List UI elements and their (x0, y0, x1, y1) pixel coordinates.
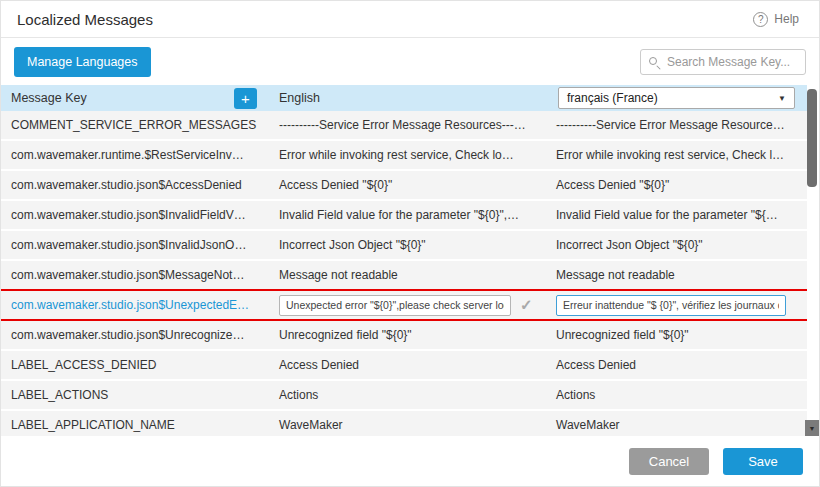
help-label: Help (774, 12, 799, 26)
english-cell: ----------Service Error Message Resource… (269, 111, 546, 139)
scrollbar[interactable]: ▼ (805, 85, 819, 438)
column-header-english: English (269, 85, 546, 111)
page-title: Localized Messages (17, 11, 153, 28)
caret-down-icon: ▼ (809, 425, 816, 432)
message-key-cell: com.wavemaker.studio.json$AccessDenied (1, 171, 269, 199)
table-row[interactable]: com.wavemaker.studio.json$Unrecognize…Un… (1, 321, 807, 349)
french-cell: Access Denied "${0}" (546, 171, 807, 199)
scroll-down-button[interactable]: ▼ (805, 420, 819, 436)
localized-messages-dialog: Localized Messages ? Help Manage Languag… (0, 0, 820, 487)
french-cell: WaveMaker (546, 411, 807, 438)
help-icon: ? (753, 12, 768, 27)
table-row[interactable]: com.wavemaker.studio.json$AccessDeniedAc… (1, 171, 807, 199)
table-row[interactable]: COMMENT_SERVICE_ERROR_MESSAGES----------… (1, 111, 807, 139)
french-cell: Invalid Field value for the parameter "$… (546, 201, 807, 229)
table-body: COMMENT_SERVICE_ERROR_MESSAGES----------… (1, 111, 807, 438)
search-icon (649, 57, 657, 65)
english-cell: Message not readable (269, 261, 546, 289)
french-cell: Access Denied (546, 351, 807, 379)
message-key-cell: LABEL_ACCESS_DENIED (1, 351, 269, 379)
table-row[interactable]: com.wavemaker.studio.json$UnexpectedE…✓ (1, 291, 807, 319)
table-row[interactable]: LABEL_ACCESS_DENIEDAccess DeniedAccess D… (1, 351, 807, 379)
manage-languages-button[interactable]: Manage Languages (14, 47, 151, 77)
language-select-value: français (France) (567, 91, 658, 105)
message-key-cell: com.wavemaker.studio.json$InvalidJsonO… (1, 231, 269, 259)
english-cell: Invalid Field value for the parameter "$… (269, 201, 546, 229)
message-key-cell: com.wavemaker.runtime.$RestServiceInv… (1, 141, 269, 169)
save-button[interactable]: Save (723, 448, 803, 475)
titlebar: Localized Messages ? Help (1, 1, 819, 38)
french-cell: Unrecognized field "${0}" (546, 321, 807, 349)
french-cell (546, 291, 807, 319)
table-row[interactable]: com.wavemaker.studio.json$InvalidJsonO…I… (1, 231, 807, 259)
language-select[interactable]: français (France) ▼ (558, 87, 795, 109)
toolbar: Manage Languages (1, 38, 819, 85)
english-cell: Access Denied "${0}" (269, 171, 546, 199)
search-input[interactable] (640, 49, 806, 75)
message-key-cell: LABEL_APPLICATION_NAME (1, 411, 269, 438)
search-box (640, 49, 806, 75)
english-cell: Unrecognized field "${0}" (269, 321, 546, 349)
english-cell: Incorrect Json Object "${0}" (269, 231, 546, 259)
messages-table: Message Key + English français (France) … (1, 85, 807, 438)
table-row[interactable]: LABEL_APPLICATION_NAMEWaveMakerWaveMaker (1, 411, 807, 438)
chevron-down-icon: ▼ (778, 94, 786, 103)
message-key-cell: COMMENT_SERVICE_ERROR_MESSAGES (1, 111, 269, 139)
english-cell: Error while invoking rest service, Check… (269, 141, 546, 169)
english-cell: WaveMaker (269, 411, 546, 438)
table-row[interactable]: com.wavemaker.studio.json$InvalidFieldV…… (1, 201, 807, 229)
english-edit-input[interactable] (279, 295, 511, 316)
table-row[interactable]: com.wavemaker.runtime.$RestServiceInv…Er… (1, 141, 807, 169)
english-cell: ✓ (269, 291, 546, 319)
help-button[interactable]: ? Help (753, 12, 799, 27)
confirm-check-icon[interactable]: ✓ (520, 296, 533, 314)
english-cell: Access Denied (269, 351, 546, 379)
english-cell: Actions (269, 381, 546, 409)
french-cell: Message not readable (546, 261, 807, 289)
table-header: Message Key + English français (France) … (1, 85, 807, 111)
french-edit-input[interactable] (556, 295, 786, 316)
column-header-language: français (France) ▼ (546, 85, 807, 111)
table-row[interactable]: LABEL_ACTIONSActionsActions (1, 381, 807, 409)
column-header-message-key: Message Key + (1, 85, 269, 111)
french-cell: ----------Service Error Message Resource… (546, 111, 807, 139)
message-key-cell: com.wavemaker.studio.json$MessageNot… (1, 261, 269, 289)
french-cell: Actions (546, 381, 807, 409)
message-key-cell: com.wavemaker.studio.json$InvalidFieldV… (1, 201, 269, 229)
french-cell: Incorrect Json Object "${0}" (546, 231, 807, 259)
add-message-key-button[interactable]: + (234, 88, 257, 109)
cancel-button[interactable]: Cancel (629, 448, 709, 475)
message-key-cell: com.wavemaker.studio.json$Unrecognize… (1, 321, 269, 349)
footer: Cancel Save (1, 436, 819, 486)
message-key-cell: com.wavemaker.studio.json$UnexpectedE… (1, 291, 269, 319)
message-key-cell: LABEL_ACTIONS (1, 381, 269, 409)
message-key-column-label: Message Key (11, 91, 87, 105)
table-row[interactable]: com.wavemaker.studio.json$MessageNot…Mes… (1, 261, 807, 289)
french-cell: Error while invoking rest service, Check… (546, 141, 807, 169)
scrollbar-thumb[interactable] (807, 89, 817, 187)
